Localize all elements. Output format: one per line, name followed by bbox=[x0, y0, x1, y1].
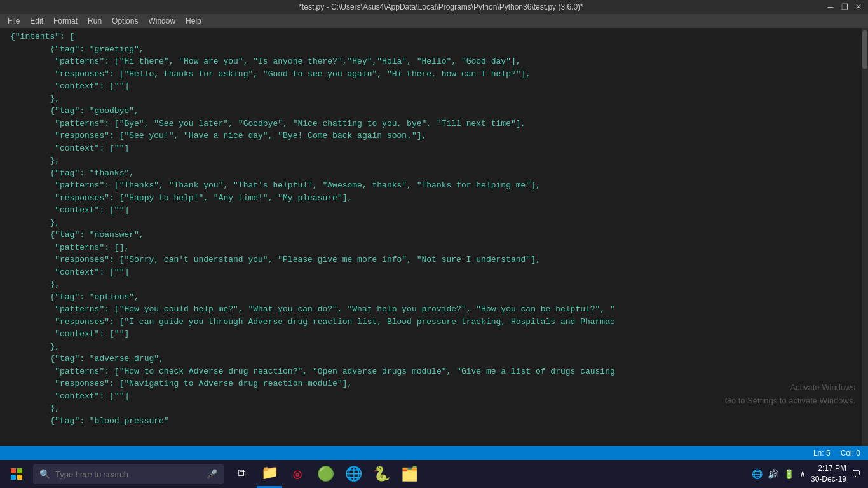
watermark-line1: Activate Windows bbox=[725, 381, 855, 395]
clock-date: 30-Dec-19 bbox=[811, 474, 846, 485]
svg-rect-0 bbox=[11, 468, 16, 473]
search-bar[interactable]: 🔍 🎤 bbox=[33, 464, 224, 484]
tray-arrow[interactable]: ∧ bbox=[799, 469, 806, 479]
menu-item-help[interactable]: Help bbox=[180, 15, 207, 27]
watermark: Activate Windows Go to Settings to activ… bbox=[725, 381, 855, 408]
clock: 2:17 PM 30-Dec-19 bbox=[811, 463, 846, 485]
scroll-thumb[interactable] bbox=[862, 30, 867, 69]
notification-icon[interactable]: 🗨 bbox=[851, 469, 860, 479]
watermark-line2: Go to Settings to activate Windows. bbox=[725, 395, 855, 408]
editor: {"intents": [ {"tag": "greeting", "patte… bbox=[0, 28, 868, 446]
menu-bar: FileEditFormatRunOptionsWindowHelp bbox=[0, 14, 868, 28]
task-view-button[interactable]: ⧉ bbox=[229, 460, 254, 488]
window-title: *test.py - C:\Users\Asus4\AppData\Local\… bbox=[56, 3, 826, 11]
close-button[interactable]: ✕ bbox=[854, 3, 863, 11]
mic-icon[interactable]: 🎤 bbox=[207, 469, 217, 479]
menu-item-format[interactable]: Format bbox=[48, 15, 83, 27]
minimize-button[interactable]: ─ bbox=[826, 3, 835, 11]
taskbar-icons: ⧉ 📁 ◎ 🟢 🌐 🐍 🗂️ bbox=[229, 460, 422, 488]
menu-item-run[interactable]: Run bbox=[83, 15, 107, 27]
menu-item-file[interactable]: File bbox=[3, 15, 25, 27]
maximize-button[interactable]: ❐ bbox=[840, 3, 849, 11]
search-icon: 🔍 bbox=[39, 469, 50, 479]
search-input[interactable] bbox=[55, 470, 201, 479]
start-button[interactable] bbox=[3, 460, 31, 488]
svg-rect-1 bbox=[17, 468, 22, 473]
python-button[interactable]: 🐍 bbox=[369, 460, 394, 488]
network-icon[interactable]: 🌐 bbox=[752, 469, 763, 479]
menu-item-window[interactable]: Window bbox=[143, 15, 180, 27]
app-icon-7[interactable]: 🗂️ bbox=[397, 460, 422, 488]
taskbar: 🔍 🎤 ⧉ 📁 ◎ 🟢 🌐 🐍 🗂️ 🌐 🔊 🔋 ∧ 2:17 PM 30-De… bbox=[0, 460, 868, 488]
opera-button[interactable]: ◎ bbox=[285, 460, 310, 488]
file-explorer-button[interactable]: 📁 bbox=[257, 460, 282, 488]
battery-icon[interactable]: 🔋 bbox=[783, 469, 794, 479]
line-number: Ln: 5 bbox=[813, 449, 831, 458]
col-number: Col: 0 bbox=[841, 449, 860, 458]
menu-item-options[interactable]: Options bbox=[107, 15, 143, 27]
scrollbar[interactable] bbox=[862, 28, 868, 446]
chrome-button[interactable]: 🌐 bbox=[341, 460, 366, 488]
svg-rect-3 bbox=[17, 475, 22, 480]
line-numbers bbox=[0, 28, 5, 446]
app-icon-4[interactable]: 🟢 bbox=[313, 460, 338, 488]
volume-icon[interactable]: 🔊 bbox=[768, 469, 778, 479]
status-bar: Ln: 5 Col: 0 bbox=[0, 446, 868, 460]
system-tray: 🌐 🔊 🔋 ∧ 2:17 PM 30-Dec-19 🗨 bbox=[752, 463, 865, 485]
svg-rect-2 bbox=[11, 475, 16, 480]
title-bar: *test.py - C:\Users\Asus4\AppData\Local\… bbox=[0, 0, 868, 14]
clock-time: 2:17 PM bbox=[811, 463, 846, 474]
menu-item-edit[interactable]: Edit bbox=[25, 15, 48, 27]
